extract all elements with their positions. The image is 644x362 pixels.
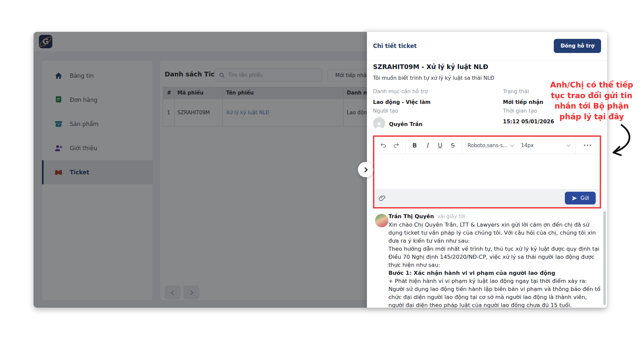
message-step-heading: Bước 1: Xác nhận hành vi vi phạm của ngư…	[388, 269, 602, 277]
editor-footer: Gửi	[374, 189, 600, 207]
ticket-detail-title: SZRAHIT09M - Xử lý kỷ luật NLĐ	[373, 63, 601, 70]
chevron-right-icon	[362, 167, 368, 172]
annotation-note: Anh/Chị có thể tiếp tục trao đổi gửi tin…	[546, 80, 637, 122]
send-button[interactable]: Gửi	[565, 192, 596, 204]
message-item: Trần Thị Quyên vài giây tới Xin chào Chị…	[373, 213, 598, 308]
more-tools-button[interactable]: •••	[582, 140, 593, 151]
panel-title: Chi tiết ticket	[373, 43, 417, 49]
attachment-icon[interactable]	[378, 194, 386, 202]
message-body: Xin chào Chị Quyên Trần, LTT & Lawyers x…	[388, 221, 602, 308]
category-value: Lao động - Việc làm	[373, 97, 503, 106]
redo-icon	[393, 142, 399, 149]
underline-button[interactable]: U	[434, 140, 446, 151]
italic-button[interactable]: I	[422, 140, 433, 151]
font-size-value: 14px	[521, 142, 534, 148]
message-paragraph: Theo hướng dẫn mới nhất về trình tự, thủ…	[388, 245, 602, 269]
message-paragraph: Xin chào Chị Quyên Trần, LTT & Lawyers x…	[388, 221, 602, 245]
strikethrough-button[interactable]: S	[447, 140, 459, 151]
chevron-down-icon	[511, 143, 514, 146]
send-label: Gửi	[581, 195, 589, 201]
undo-button[interactable]	[378, 140, 389, 151]
avatar	[373, 117, 385, 129]
font-family-select[interactable]: Roboto,sans-s...	[468, 142, 514, 148]
panel-header: Chi tiết ticket Đóng hỗ trợ	[367, 32, 607, 60]
annotation-arrow-icon	[602, 122, 639, 161]
editor-toolbar: B I U S Roboto,sans-s... 14px	[374, 137, 600, 154]
avatar	[375, 214, 388, 227]
panel-collapse-button[interactable]	[358, 162, 373, 177]
message-author: Trần Thị Quyên	[388, 213, 434, 220]
redo-button[interactable]	[390, 140, 402, 151]
editor-textarea[interactable]	[374, 154, 600, 189]
message-timestamp: vài giây tới	[437, 214, 465, 220]
creator-row: Quyên Trần	[373, 116, 503, 129]
bold-button[interactable]: B	[409, 140, 420, 151]
category-label: Danh mục cần hỗ trợ	[373, 86, 503, 97]
undo-icon	[380, 142, 387, 149]
send-icon	[572, 195, 577, 201]
creator-value: Quyên Trần	[389, 119, 422, 128]
ticket-detail-panel: Chi tiết ticket Đóng hỗ trợ SZRAHIT09M -…	[367, 32, 607, 308]
creator-label: Người tạo	[373, 106, 503, 116]
person-icon	[374, 121, 384, 129]
close-support-button[interactable]: Đóng hỗ trợ	[554, 39, 601, 53]
font-family-value: Roboto,sans-s...	[468, 142, 507, 148]
scrollbar-thumb[interactable]	[603, 211, 606, 305]
font-size-select[interactable]: 14px	[521, 142, 570, 148]
app-window: G Bảng tin Đơn hàng Sản phẩm	[34, 32, 607, 308]
message-paragraph: + Phát hiện hành vi vi phạm kỷ luật lao …	[388, 277, 602, 308]
chevron-down-icon	[567, 143, 570, 146]
reply-editor: B I U S Roboto,sans-s... 14px	[373, 135, 601, 208]
modal-backdrop	[34, 32, 367, 308]
